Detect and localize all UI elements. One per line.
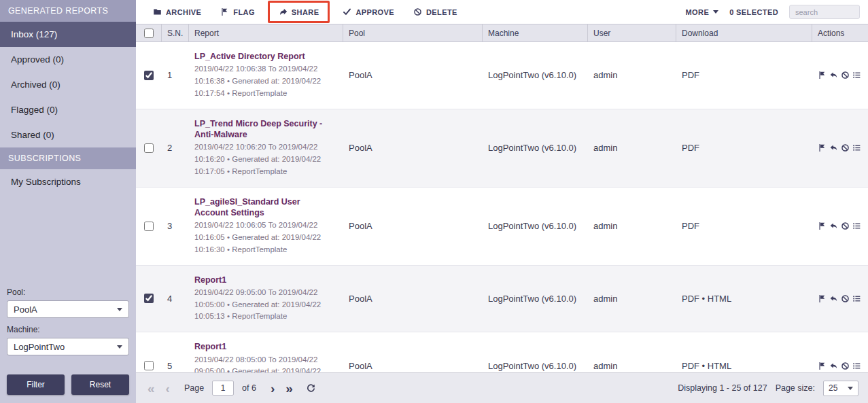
row-sn: 3 [162,188,189,265]
sidebar-item-archived[interactable]: Archived (0) [0,72,136,97]
report-title-link[interactable]: Report1 [194,275,226,285]
view-details-icon[interactable] [852,294,861,303]
row-actions [812,42,868,109]
report-title-link[interactable]: LP_Active Directory Report [194,51,305,62]
row-download-links[interactable]: PDF • HTML [676,266,812,332]
delete-button[interactable]: DELETE [406,3,465,20]
annotation-highlight-box: SHARE [268,1,330,23]
table-row[interactable]: 2 LP_Trend Micro Deep Security - Anti-Ma… [136,109,868,188]
chevron-down-icon [713,10,718,14]
page-label: Page [184,383,204,393]
more-button[interactable]: MORE [686,8,719,16]
block-icon[interactable] [841,71,850,80]
machine-select[interactable]: LogPointTwo [7,338,129,355]
prev-page-button[interactable]: ‹ [164,382,172,395]
row-download-links[interactable]: PDF [676,188,812,265]
row-sn: 5 [162,332,189,372]
approve-button-label: APPROVE [355,8,394,16]
sidebar-item-flagged[interactable]: Flagged (0) [0,97,136,122]
block-icon[interactable] [841,143,850,152]
table-row[interactable]: 1 LP_Active Directory Report 2019/04/22 … [136,42,868,109]
row-user: admin [588,332,676,372]
flag-button[interactable]: FLAG [213,3,262,20]
filter-button[interactable]: Filter [7,374,65,395]
flag-icon[interactable] [818,71,827,80]
table-row[interactable]: 4 Report1 2019/04/22 09:05:00 To 2019/04… [136,266,868,333]
row-actions [812,188,868,265]
row-pool: PoolA [343,332,483,372]
view-details-icon[interactable] [852,362,861,370]
sidebar-item-my-subscriptions[interactable]: My Subscriptions [0,169,136,194]
flag-icon[interactable] [818,294,827,303]
block-icon[interactable] [841,362,850,370]
share-button-label: SHARE [292,8,319,16]
sidebar-item-approved[interactable]: Approved (0) [0,47,136,72]
row-download-links[interactable]: PDF [676,109,812,187]
flag-icon[interactable] [818,362,827,370]
check-icon [343,7,351,16]
search-input[interactable] [789,5,860,19]
report-title-link[interactable]: LP_Trend Micro Deep Security - Anti-Malw… [194,118,334,141]
archive-button[interactable]: ARCHIVE [145,3,209,20]
row-machine: LogPointTwo (v6.10.0) [483,109,588,187]
unshare-icon[interactable] [829,362,838,370]
unshare-icon[interactable] [829,294,838,303]
sidebar-item-inbox[interactable]: Inbox (127) [0,22,136,47]
row-checkbox[interactable] [144,71,154,80]
row-download-links[interactable]: PDF • HTML [676,332,812,372]
column-header-actions: Actions [812,24,868,41]
table-row[interactable]: 3 LP_agileSI_Standard User Account Setti… [136,188,868,266]
last-page-button[interactable]: » [283,382,295,395]
sidebar-item-shared[interactable]: Shared (0) [0,122,136,147]
unshare-icon[interactable] [829,222,838,230]
row-download-links[interactable]: PDF [676,42,812,109]
table-body: 1 LP_Active Directory Report 2019/04/22 … [136,42,868,372]
view-details-icon[interactable] [852,222,861,230]
unshare-icon[interactable] [829,71,838,80]
row-checkbox[interactable] [144,222,154,231]
column-header-sn: S.N. [162,24,189,41]
more-button-label: MORE [686,8,710,16]
approve-button[interactable]: APPROVE [335,3,402,20]
row-user: admin [588,42,676,109]
view-details-icon[interactable] [852,143,861,152]
page-number-input[interactable] [212,381,234,396]
view-details-icon[interactable] [852,71,861,80]
row-checkbox[interactable] [144,361,154,370]
row-sn: 2 [162,109,189,187]
block-icon[interactable] [841,222,850,230]
refresh-icon[interactable] [306,383,316,393]
row-checkbox[interactable] [144,294,154,303]
row-pool: PoolA [343,266,483,332]
pool-select[interactable]: PoolA [7,300,129,318]
report-details: 2019/04/22 10:06:20 To 2019/04/22 10:16:… [194,141,334,177]
table-row[interactable]: 5 Report1 2019/04/22 08:05:00 To 2019/04… [136,332,868,372]
flag-icon [220,7,229,16]
row-actions [812,109,868,187]
subscriptions-section-header: SUBSCRIPTIONS [0,147,136,169]
row-checkbox[interactable] [144,143,154,153]
share-button[interactable]: SHARE [271,3,327,20]
block-icon[interactable] [841,294,850,303]
next-page-button[interactable]: › [268,382,277,395]
row-machine: LogPointTwo (v6.10.0) [483,188,588,265]
flag-button-label: FLAG [233,8,255,16]
page-size-select[interactable]: 25 [823,381,858,396]
row-machine: LogPointTwo (v6.10.0) [483,266,588,332]
generated-reports-section-header: GENERATED REPORTS [0,0,136,22]
reset-button[interactable]: Reset [71,374,129,395]
row-sn: 4 [162,266,189,332]
report-title-link[interactable]: Report1 [194,341,226,352]
chevron-down-icon [117,345,122,349]
row-machine: LogPointTwo (v6.10.0) [483,332,588,372]
flag-icon[interactable] [818,143,827,152]
unshare-icon[interactable] [829,143,838,152]
report-title-link[interactable]: LP_agileSI_Standard User Account Setting… [194,196,334,219]
pool-filter-label: Pool: [7,287,129,297]
first-page-button[interactable]: « [145,382,157,395]
pool-select-value: PoolA [14,304,37,315]
flag-icon[interactable] [818,222,827,230]
select-all-checkbox[interactable] [144,29,154,38]
row-machine: LogPointTwo (v6.10.0) [483,42,588,109]
row-pool: PoolA [343,42,483,109]
